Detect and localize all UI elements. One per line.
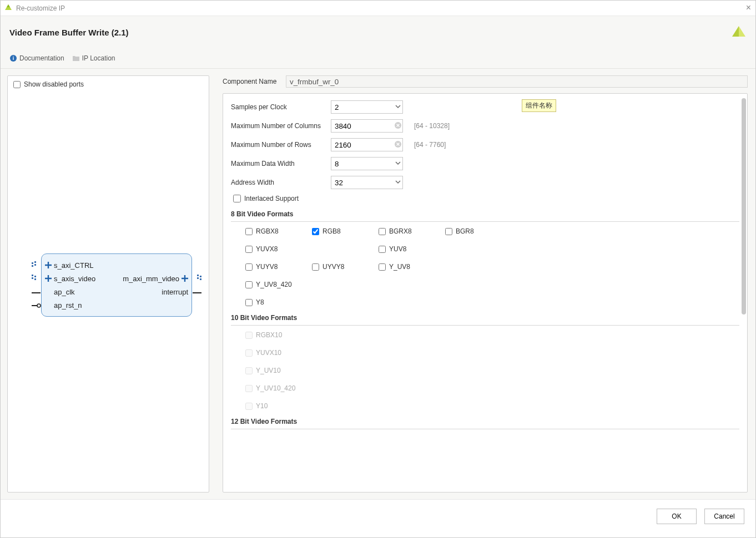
- ip-block: s_axi_CTRL s_axis_video m_axi_mm_video: [41, 253, 192, 317]
- max-data-width-select[interactable]: [331, 157, 403, 170]
- formats-8bit-group: RGBX8 RGB8 BGRX8 BGR8 YUVX8 YUV8 YUYV8 U…: [231, 227, 739, 306]
- fmt-y10-checkbox: Y10: [245, 402, 739, 410]
- max-data-width-row: Maximum Data Width: [231, 157, 739, 170]
- cancel-button[interactable]: Cancel: [704, 509, 744, 524]
- inverted-stub-icon: [32, 301, 42, 309]
- address-width-label: Address Width: [231, 179, 325, 186]
- scrollbar-thumb[interactable]: [742, 98, 746, 314]
- formats-10bit-group: RGBX10 YUVX10 Y_UV10 Y_UV10_420 Y10: [231, 331, 739, 410]
- interlaced-support-input[interactable]: [233, 195, 241, 202]
- fmt-rgbx8-checkbox[interactable]: RGBX8: [245, 227, 295, 235]
- port-label: s_axis_video: [54, 275, 95, 283]
- app-icon: [4, 4, 13, 13]
- documentation-label: Documentation: [19, 54, 64, 62]
- clear-icon[interactable]: [394, 121, 402, 129]
- max-columns-hint: [64 - 10328]: [414, 122, 450, 130]
- close-icon[interactable]: ×: [746, 3, 751, 13]
- fmt-rgb8-checkbox[interactable]: RGB8: [312, 227, 362, 235]
- config-scroll-panel: 组件名称 Samples per Clock Maximum Number of…: [223, 93, 748, 493]
- window-titlebar: Re-customize IP ×: [1, 1, 755, 16]
- ok-button[interactable]: OK: [657, 509, 697, 524]
- fmt-bgr8-checkbox[interactable]: BGR8: [445, 227, 495, 235]
- port-s-axi-ctrl: s_axi_CTRL: [42, 258, 191, 272]
- max-columns-row: Maximum Number of Columns [64 - 10328]: [231, 119, 739, 133]
- fmt-bgrx8-checkbox[interactable]: BGRX8: [379, 227, 429, 235]
- svg-text:i: i: [13, 55, 14, 61]
- config-scroll-area[interactable]: 组件名称 Samples per Clock Maximum Number of…: [223, 94, 747, 492]
- port-row-clk-int: ap_clk interrupt: [42, 285, 191, 298]
- fmt-rgbx10-checkbox: RGBX10: [245, 331, 739, 339]
- expand-icon[interactable]: [45, 275, 52, 282]
- clear-icon[interactable]: [394, 140, 402, 148]
- port-label: interrupt: [162, 288, 188, 296]
- fmt-y-uv8-checkbox[interactable]: Y_UV8: [379, 263, 429, 271]
- show-disabled-ports-checkbox[interactable]: Show disabled ports: [13, 80, 203, 88]
- max-data-width-label: Maximum Data Width: [231, 160, 325, 168]
- section-10bit-title: 10 Bit Video Formats: [231, 314, 739, 322]
- port-label: m_axi_mm_video: [123, 275, 179, 283]
- fmt-y-uv10-checkbox: Y_UV10: [245, 367, 739, 374]
- port-ap-rst-n: ap_rst_n: [42, 298, 191, 312]
- svg-point-17: [37, 304, 41, 307]
- fmt-uyvy8-checkbox[interactable]: UYVY8: [312, 263, 362, 271]
- svg-rect-3: [32, 265, 33, 267]
- bus-stub-icon: [191, 275, 201, 283]
- fmt-yuyv8-checkbox[interactable]: YUYV8: [245, 263, 295, 271]
- fmt-yuvx8-checkbox[interactable]: YUVX8: [245, 245, 295, 253]
- component-name-row: Component Name: [223, 75, 748, 88]
- port-row-video: s_axis_video m_axi_mm_video: [42, 272, 191, 285]
- expand-icon[interactable]: [182, 275, 188, 282]
- svg-rect-5: [34, 264, 36, 266]
- fmt-yuv8-checkbox[interactable]: YUV8: [379, 245, 429, 253]
- info-icon: i: [9, 54, 17, 62]
- svg-rect-12: [200, 276, 201, 277]
- tooltip-badge: 组件名称: [522, 99, 556, 112]
- svg-rect-2: [32, 262, 33, 264]
- address-width-row: Address Width: [231, 176, 739, 189]
- configuration-panel: Component Name 组件名称 Samples per Clock Ma: [223, 75, 749, 493]
- fmt-y8-checkbox[interactable]: Y8: [245, 298, 295, 306]
- ip-location-link[interactable]: IP Location: [72, 54, 115, 62]
- port-label: ap_clk: [54, 288, 75, 296]
- component-name-label: Component Name: [223, 78, 280, 85]
- bus-stub-icon: [32, 275, 42, 283]
- section-divider: [231, 325, 739, 326]
- max-rows-input[interactable]: [331, 138, 403, 151]
- documentation-link[interactable]: i Documentation: [9, 54, 64, 62]
- wire-stub-icon: [191, 288, 201, 296]
- window-title: Re-customize IP: [16, 4, 65, 12]
- content-area: Show disabled ports s_axi_CTRL s_axis_vi…: [1, 69, 755, 499]
- block-canvas: s_axi_CTRL s_axis_video m_axi_mm_video: [13, 88, 203, 465]
- fmt-y-uv10-420-checkbox: Y_UV10_420: [245, 384, 739, 392]
- show-disabled-ports-input[interactable]: [13, 81, 21, 88]
- max-columns-label: Maximum Number of Columns: [231, 122, 325, 130]
- port-label: ap_rst_n: [54, 301, 82, 309]
- dialog-footer: OK Cancel: [1, 499, 755, 532]
- svg-rect-4: [34, 261, 36, 263]
- svg-rect-6: [32, 275, 33, 276]
- interlaced-support-checkbox[interactable]: Interlaced Support: [233, 195, 739, 202]
- expand-icon[interactable]: [45, 262, 52, 268]
- svg-rect-9: [34, 278, 36, 280]
- show-disabled-ports-label: Show disabled ports: [24, 80, 84, 88]
- ip-location-label: IP Location: [82, 54, 115, 62]
- svg-rect-7: [32, 277, 33, 279]
- header: Video Frame Buffer Write (2.1) i Documen…: [1, 16, 755, 69]
- svg-rect-8: [34, 276, 36, 277]
- max-columns-input[interactable]: [331, 119, 403, 133]
- section-divider: [231, 429, 739, 429]
- svg-rect-11: [197, 277, 199, 279]
- samples-per-clock-row: Samples per Clock: [231, 100, 739, 114]
- max-rows-hint: [64 - 7760]: [414, 141, 446, 149]
- section-12bit-title: 12 Bit Video Formats: [231, 418, 739, 425]
- header-toolbar: i Documentation IP Location: [9, 48, 747, 68]
- samples-per-clock-label: Samples per Clock: [231, 103, 325, 111]
- component-name-input[interactable]: [286, 75, 748, 88]
- fmt-y-uv8-420-checkbox[interactable]: Y_UV8_420: [245, 281, 295, 288]
- wire-stub-icon: [32, 288, 42, 296]
- svg-rect-13: [200, 278, 201, 280]
- samples-per-clock-select[interactable]: [331, 100, 403, 114]
- address-width-select[interactable]: [331, 176, 403, 189]
- folder-icon: [72, 54, 80, 62]
- section-8bit-title: 8 Bit Video Formats: [231, 210, 739, 218]
